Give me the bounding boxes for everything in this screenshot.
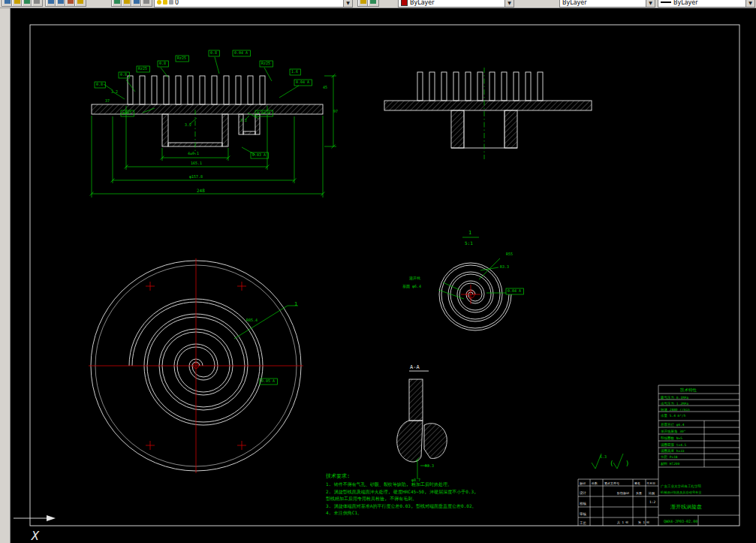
- section-view-side: [384, 68, 592, 159]
- svg-text:技术要求:: 技术要求:: [325, 473, 350, 479]
- svg-text:型线圈数 N=5: 型线圈数 N=5: [660, 436, 682, 440]
- svg-text:φ157.8: φ157.8: [189, 174, 203, 179]
- svg-text:(: (: [610, 460, 613, 467]
- svg-text:阶段标记: 阶段标记: [617, 491, 629, 496]
- svg-text:广东工业大学机电工程学院: 广东工业大学机电工程学院: [661, 484, 702, 488]
- linetype-dropdown[interactable]: ByLayer ▼: [559, 0, 655, 8]
- layer-on-bulb-icon: [157, 0, 161, 5]
- svg-text:φ8H7: φ8H7: [122, 110, 131, 116]
- left-window-border: [0, 8, 11, 543]
- drawing-frame: [30, 25, 739, 526]
- svg-text:年月日: 年月日: [646, 481, 655, 485]
- svg-text:基圆直径 φ6.4: 基圆直径 φ6.4: [661, 423, 685, 427]
- svg-text:排量 5.4 m³/h: 排量 5.4 m³/h: [660, 414, 686, 418]
- svg-text:渐开线: 渐开线: [409, 276, 420, 281]
- svg-text:第 1 张: 第 1 张: [638, 520, 649, 524]
- svg-text:R3.3: R3.3: [500, 264, 509, 269]
- svg-text:97: 97: [333, 109, 338, 113]
- layer-freeze-sun-icon: [163, 0, 167, 5]
- print-icon[interactable]: [31, 0, 43, 7]
- svg-text:1.6: 1.6: [291, 69, 298, 74]
- svg-text:X: X: [31, 529, 40, 543]
- svg-text:R3.3: R3.3: [425, 463, 434, 468]
- svg-text:型线精加工后用专用检具检验, 不得有毛刺。: 型线精加工后用专用检具检验, 不得有毛刺。: [326, 496, 417, 502]
- svg-text:设计: 设计: [580, 490, 587, 495]
- svg-text:6.3: 6.3: [600, 454, 607, 459]
- svg-text:排气压力 1.2MPa: 排气压力 1.2MPa: [660, 401, 688, 406]
- svg-text:吸气压力 0.1MPa: 吸气压力 0.1MPa: [661, 395, 688, 400]
- lineweight-dropdown[interactable]: ByLayer ▼: [658, 0, 755, 8]
- svg-text:3.2: 3.2: [185, 122, 191, 127]
- svg-text:校核: 校核: [580, 502, 587, 505]
- svg-text:材料 HT200: 材料 HT200: [660, 462, 680, 466]
- svg-text:Rz25: Rz25: [177, 56, 186, 60]
- color-dropdown[interactable]: ByLayer ▼: [398, 0, 514, 8]
- lineweight-sample-icon: [661, 2, 671, 3]
- svg-text:165.1: 165.1: [191, 161, 202, 165]
- dimension-annotations: 0.8Rz250.8Rz250.80.04 ARz251.60.04 A0.8φ…: [95, 50, 702, 525]
- svg-text:2. 涡旋型线面及端面淬火处理, 硬度HRC45~50, 淬: 2. 涡旋型线面及端面淬火处理, 硬度HRC45~50, 淬硬层深度不小于0.3…: [326, 489, 477, 495]
- match-props-icon[interactable]: [367, 0, 379, 7]
- surface-roughness-note: [592, 454, 623, 469]
- svg-text:248: 248: [197, 188, 205, 193]
- svg-text:共 1 张: 共 1 张: [617, 520, 628, 524]
- layer-dropdown[interactable]: 0 ▼: [154, 0, 353, 8]
- svg-text:处数: 处数: [592, 481, 598, 485]
- svg-text:渐开线涡旋盘: 渐开线涡旋盘: [670, 504, 702, 510]
- section-a-a-detail: [397, 371, 447, 479]
- svg-text:渐开线展角 30°: 渐开线展角 30°: [661, 429, 686, 434]
- svg-text:3.2: 3.2: [240, 118, 247, 122]
- chevron-down-icon[interactable]: ▼: [343, 0, 352, 7]
- svg-text:0.8: 0.8: [96, 82, 103, 86]
- cad-drawing[interactable]: 技术要求:1. 铸件不得有气孔、砂眼、裂纹等缺陷, 粗加工后时效处理。2. 涡旋…: [0, 0, 756, 543]
- scroll-plan-view: [89, 258, 303, 473]
- svg-text:签名: 签名: [634, 481, 640, 485]
- svg-text:涡圈壁厚 t=4.5: 涡圈壁厚 t=4.5: [661, 442, 687, 447]
- lineweight-value: ByLayer: [673, 0, 698, 6]
- svg-text:QWX4-JP03-02.00: QWX4-JP03-02.00: [664, 519, 697, 523]
- svg-text:R55: R55: [506, 252, 513, 256]
- top-toolbar: 0 ▼ ByLayer ▼ ByLayer ▼ ByLayer ▼: [0, 0, 756, 8]
- svg-text:3. 涡旋体端面对基准A的平行度公差0.03, 型线对端面垂: 3. 涡旋体端面对基准A的平行度公差0.03, 型线对端面垂直度公差0.02。: [326, 503, 477, 509]
- svg-text:R85.4: R85.4: [246, 318, 258, 322]
- svg-text:0.03 A: 0.03 A: [252, 152, 266, 157]
- svg-text:技术特性: 技术特性: [680, 388, 697, 393]
- svg-text:0.04 A: 0.04 A: [296, 80, 309, 84]
- svg-text:0.8: 0.8: [120, 72, 127, 77]
- svg-text:1: 1: [294, 301, 297, 307]
- svg-text:基圆 φ6.4: 基圆 φ6.4: [402, 284, 421, 289]
- svg-text:转速 2880 r/min: 转速 2880 r/min: [661, 408, 690, 412]
- technical-notes: 技术要求:1. 铸件不得有气孔、砂眼、裂纹等缺陷, 粗加工后时效处理。2. 涡旋…: [325, 473, 477, 516]
- layer-lock-icon: [169, 0, 173, 5]
- svg-text:5:1: 5:1: [465, 240, 473, 246]
- color-value: ByLayer: [410, 0, 435, 6]
- svg-text:1. 铸件不得有气孔、砂眼、裂纹等缺陷, 粗加工后时效处理。: 1. 铸件不得有气孔、砂眼、裂纹等缺陷, 粗加工后时效处理。: [326, 481, 452, 487]
- chevron-down-icon[interactable]: ▼: [505, 0, 514, 7]
- chevron-down-icon[interactable]: ▼: [646, 0, 655, 7]
- current-layer-value: 0: [175, 0, 179, 6]
- layer-prev-icon[interactable]: [140, 0, 152, 7]
- svg-text:涡圈高度 h=33: 涡圈高度 h=33: [661, 448, 685, 453]
- svg-text:0.05 A: 0.05 A: [261, 379, 275, 383]
- svg-text:0.04 A: 0.04 A: [257, 110, 270, 115]
- svg-text:审核: 审核: [580, 512, 587, 516]
- spiral-detail-view: [438, 237, 511, 330]
- svg-text:4. 未注倒角C1。: 4. 未注倒角C1。: [326, 510, 362, 516]
- svg-text:0.04 A: 0.04 A: [508, 288, 521, 293]
- zoom-icon[interactable]: [74, 0, 86, 7]
- svg-text:A-A: A-A: [410, 364, 420, 370]
- svg-text:比例: 比例: [649, 491, 655, 496]
- svg-text:4±0.1: 4±0.1: [188, 151, 199, 155]
- svg-text:Rz25: Rz25: [138, 66, 147, 71]
- svg-text:0.8: 0.8: [159, 61, 166, 65]
- linetype-value: ByLayer: [562, 0, 587, 6]
- svg-text:45: 45: [323, 85, 327, 89]
- svg-text:0.04 A: 0.04 A: [234, 50, 248, 55]
- svg-text:工艺: 工艺: [580, 520, 587, 525]
- svg-text:节距 P=18: 节距 P=18: [661, 455, 678, 459]
- svg-text:质量: 质量: [636, 491, 642, 495]
- svg-text:标记: 标记: [580, 481, 586, 486]
- chevron-down-icon[interactable]: ▼: [745, 0, 754, 7]
- svg-text:): ): [625, 460, 629, 467]
- svg-text:3.2: 3.2: [111, 89, 118, 94]
